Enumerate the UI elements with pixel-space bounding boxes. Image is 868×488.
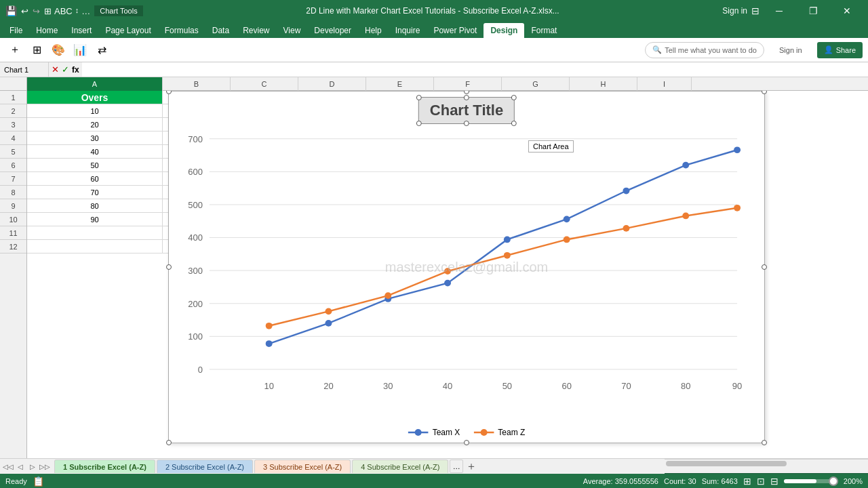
name-box[interactable]: Chart 1: [0, 62, 49, 77]
scrollbar-thumb[interactable]: [666, 461, 787, 466]
tab-developer[interactable]: Developer: [307, 23, 358, 38]
view-normal-icon[interactable]: ⊞: [743, 476, 751, 487]
more-icon[interactable]: …: [81, 6, 90, 16]
row-header-11[interactable]: 11: [0, 226, 26, 240]
cell-a5[interactable]: 40: [27, 145, 163, 159]
row-header-9[interactable]: 9: [0, 199, 26, 213]
redo-icon[interactable]: ↪: [33, 6, 40, 16]
abc-icon[interactable]: ABC: [54, 6, 73, 16]
zoom-bar[interactable]: [784, 479, 838, 483]
view-break-icon[interactable]: ⊟: [770, 476, 778, 487]
title-handle-tr[interactable]: [511, 95, 517, 100]
cell-a2[interactable]: 10: [27, 104, 163, 118]
cell-a7[interactable]: 60: [27, 172, 163, 186]
confirm-formula-icon[interactable]: ✓: [62, 64, 69, 75]
layout-icon[interactable]: ⊟: [751, 5, 760, 16]
tab-page-layout[interactable]: Page Layout: [98, 23, 157, 38]
row-header-7[interactable]: 7: [0, 172, 26, 186]
tab-insert[interactable]: Insert: [64, 23, 98, 38]
sheet-nav-next[interactable]: ▷: [27, 461, 38, 472]
quick-layout-btn[interactable]: ⊞: [27, 41, 46, 60]
zoom-thumb[interactable]: [829, 476, 838, 486]
sheet-nav-prev[interactable]: ◁: [15, 461, 26, 472]
cell-a1[interactable]: Overs: [27, 91, 163, 104]
sign-in-btn[interactable]: Sign in: [722, 6, 747, 16]
sheet-tab-2[interactable]: 2 Subscribe Excel (A-Z): [157, 460, 253, 473]
resize-handle-bl[interactable]: [166, 440, 172, 445]
resize-handle-tl[interactable]: [166, 91, 172, 94]
undo-icon[interactable]: ↩: [21, 6, 28, 16]
cell-a8[interactable]: 70: [27, 186, 163, 199]
zoom-level[interactable]: 200%: [844, 477, 863, 485]
change-colors-btn[interactable]: 🎨: [49, 41, 68, 60]
col-header-i[interactable]: I: [637, 77, 692, 91]
sign-in-link[interactable]: Sign in: [775, 46, 806, 54]
cell-a4[interactable]: 30: [27, 131, 163, 145]
sheet-nav-first[interactable]: ◁◁: [3, 461, 14, 472]
chart-area[interactable]: Chart Title Chart Area masterexcelaz@gma…: [168, 91, 765, 443]
tab-power-pivot[interactable]: Power Pivot: [427, 23, 484, 38]
add-chart-element-btn[interactable]: ＋: [5, 41, 24, 60]
row-header-3[interactable]: 3: [0, 118, 26, 131]
save-icon[interactable]: 💾: [5, 5, 17, 16]
tab-inquire[interactable]: Inquire: [389, 23, 427, 38]
tab-format[interactable]: Format: [524, 23, 564, 38]
sheet-tab-1[interactable]: 1 Subscribe Excel (A-Z): [54, 460, 155, 473]
move-chart-btn[interactable]: ⇄: [92, 41, 111, 60]
restore-btn[interactable]: ❐: [797, 0, 829, 22]
insert-function-icon[interactable]: fx: [72, 65, 79, 75]
resize-handle-tm[interactable]: [464, 91, 469, 94]
share-btn[interactable]: 👤 Share: [817, 42, 863, 58]
tab-review[interactable]: Review: [236, 23, 276, 38]
col-header-h[interactable]: H: [570, 77, 637, 91]
title-handle-bl[interactable]: [416, 121, 422, 126]
tab-file[interactable]: File: [3, 23, 29, 38]
tell-me-box[interactable]: 🔍 Tell me what you want to do: [645, 42, 764, 58]
minimize-btn[interactable]: ─: [764, 0, 795, 22]
row-header-12[interactable]: 12: [0, 240, 26, 253]
change-chart-type-btn[interactable]: 📊: [71, 41, 90, 60]
cancel-formula-icon[interactable]: ✕: [52, 64, 59, 75]
tab-design[interactable]: Design: [484, 23, 524, 38]
col-header-a[interactable]: A: [27, 77, 163, 91]
row-header-5[interactable]: 5: [0, 145, 26, 159]
grid-icon[interactable]: ⊞: [44, 6, 52, 16]
title-handle-br[interactable]: [511, 121, 517, 126]
title-handle-tm[interactable]: [464, 95, 469, 100]
resize-handle-br[interactable]: [762, 440, 767, 445]
close-btn[interactable]: ✕: [831, 0, 863, 22]
col-header-g[interactable]: G: [502, 77, 570, 91]
row-header-10[interactable]: 10: [0, 213, 26, 226]
tab-help[interactable]: Help: [358, 23, 389, 38]
horizontal-scrollbar[interactable]: [665, 459, 868, 467]
resize-handle-bm[interactable]: [464, 440, 469, 445]
tab-data[interactable]: Data: [205, 23, 236, 38]
tab-view[interactable]: View: [277, 23, 308, 38]
row-header-6[interactable]: 6: [0, 159, 26, 172]
col-header-e[interactable]: E: [366, 77, 434, 91]
col-header-f[interactable]: F: [434, 77, 502, 91]
cell-a11[interactable]: [27, 226, 163, 240]
cell-a9[interactable]: 80: [27, 199, 163, 213]
cell-a12[interactable]: [27, 240, 163, 253]
sheet-tab-3[interactable]: 3 Subscribe Excel (A-Z): [254, 460, 351, 473]
tab-home[interactable]: Home: [29, 23, 64, 38]
col-header-d[interactable]: D: [298, 77, 366, 91]
sheet-tab-4[interactable]: 4 Subscribe Excel (A-Z): [352, 460, 448, 473]
sheet-more-btn[interactable]: …: [450, 460, 463, 473]
title-handle-tl[interactable]: [416, 95, 422, 100]
row-header-1[interactable]: 1: [0, 91, 26, 104]
tab-formulas[interactable]: Formulas: [158, 23, 205, 38]
row-header-4[interactable]: 4: [0, 131, 26, 145]
title-handle-bm[interactable]: [464, 121, 469, 126]
sort-icon[interactable]: ↕: [75, 6, 79, 16]
sheet-add-btn[interactable]: ＋: [465, 460, 478, 473]
sheet-nav-last[interactable]: ▷▷: [39, 461, 50, 472]
cell-a10[interactable]: 90: [27, 213, 163, 226]
formula-input[interactable]: [82, 62, 868, 77]
col-header-c[interactable]: C: [231, 77, 298, 91]
cell-a3[interactable]: 20: [27, 118, 163, 131]
row-header-2[interactable]: 2: [0, 104, 26, 118]
col-header-b[interactable]: B: [163, 77, 231, 91]
row-header-8[interactable]: 8: [0, 186, 26, 199]
